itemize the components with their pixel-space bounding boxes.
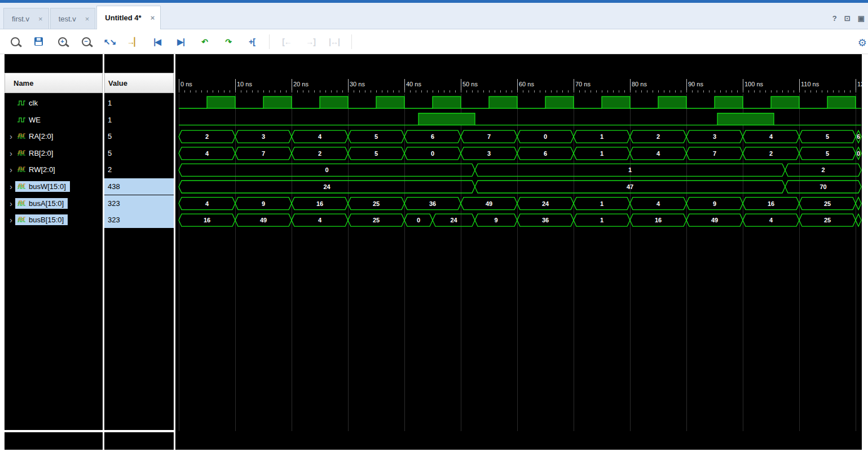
- zoom-to-cursor-button[interactable]: →▏: [124, 33, 143, 50]
- wave-ra-2-0-: 2345670123456: [179, 130, 861, 143]
- value-cell-busa-15-0-[interactable]: 323: [104, 195, 174, 212]
- add-marker-button[interactable]: +[: [243, 33, 261, 50]
- svg-text:24: 24: [450, 217, 457, 223]
- value-cell-rb-2-0-[interactable]: 5: [104, 145, 174, 161]
- expand-chevron-icon[interactable]: ›: [5, 216, 15, 224]
- signal-label-box[interactable]: RW[2:0]: [15, 164, 59, 175]
- wave-area[interactable]: 0 ns10 ns20 ns30 ns40 ns50 ns60 ns70 ns8…: [175, 54, 862, 450]
- next-transition-button[interactable]: ↷: [219, 33, 237, 50]
- zoom-in-button[interactable]: +: [53, 33, 72, 50]
- svg-text:110 ns: 110 ns: [801, 81, 819, 87]
- value-cell-busb-15-0-[interactable]: 323: [104, 212, 174, 228]
- value-cell-rw-2-0-[interactable]: 2: [104, 161, 174, 178]
- svg-text:3: 3: [487, 150, 491, 157]
- expand-chevron-icon[interactable]: ›: [5, 132, 15, 141]
- signal-label-box[interactable]: busB[15:0]: [15, 214, 68, 225]
- zoom-to-cursor-icon: →▏: [127, 37, 140, 46]
- signal-label-box[interactable]: busW[15:0]: [15, 181, 70, 192]
- signal-label-box[interactable]: clk: [15, 98, 42, 108]
- value-cell-ra-2-0-[interactable]: 5: [104, 128, 174, 144]
- signal-row-busw-15-0-[interactable]: ›busW[15:0]: [5, 178, 103, 195]
- tab-untitled-4-[interactable]: Untitled 4*×: [96, 6, 161, 29]
- bus-signal-icon: [17, 183, 26, 190]
- toolbar: +−↖↘→▏|◀▶|↶↷+[[←→]|↔| ⚙: [0, 29, 868, 54]
- previous-transition-button[interactable]: ↶: [195, 33, 214, 50]
- signal-label-box[interactable]: busA[15:0]: [15, 198, 68, 209]
- waveform-svg[interactable]: 0 ns10 ns20 ns30 ns40 ns50 ns60 ns70 ns8…: [175, 54, 862, 450]
- svg-text:25: 25: [824, 217, 831, 223]
- svg-text:2: 2: [205, 133, 209, 140]
- svg-text:5: 5: [826, 150, 829, 157]
- signal-row-clk[interactable]: clk: [5, 95, 103, 111]
- value-cell-clk[interactable]: 1: [104, 95, 174, 111]
- bus-signal-icon: [17, 150, 26, 156]
- zoom-out-button[interactable]: −: [77, 33, 95, 50]
- tab-test-v[interactable]: test.v×: [50, 8, 96, 29]
- timeline-ruler[interactable]: 0 ns10 ns20 ns30 ns40 ns50 ns60 ns70 ns8…: [179, 79, 862, 93]
- help-icon[interactable]: ?: [832, 14, 837, 23]
- maximize-window-icon[interactable]: ▣: [858, 14, 865, 23]
- signal-name-panel: Name clkWE›RA[2:0]›RB[2:0]›RW[2:0]›busW[…: [5, 54, 103, 450]
- svg-text:120 ns: 120 ns: [857, 81, 862, 87]
- svg-text:7: 7: [487, 133, 491, 140]
- save-waveform-button[interactable]: [29, 33, 48, 50]
- value-cell-we[interactable]: 1: [104, 112, 174, 128]
- svg-text:0: 0: [857, 150, 860, 157]
- close-tab-icon[interactable]: ×: [85, 15, 90, 23]
- fit-between-cursors-button: |↔|: [325, 33, 343, 50]
- go-to-last-time-button[interactable]: ▶|: [171, 33, 190, 50]
- tab-label: test.v: [59, 15, 76, 23]
- svg-text:7: 7: [713, 150, 716, 157]
- svg-text:36: 36: [429, 200, 436, 207]
- zoom-out-icon: −: [82, 37, 91, 46]
- svg-text:70 ns: 70 ns: [575, 81, 591, 87]
- wave-rb-2-0-: 4725036147250: [179, 147, 861, 160]
- tab-first-v[interactable]: first.v×: [3, 8, 49, 29]
- signal-row-busb-15-0-[interactable]: ›busB[15:0]: [5, 212, 103, 228]
- svg-text:1: 1: [600, 200, 603, 207]
- signal-row-busa-15-0-[interactable]: ›busA[15:0]: [5, 195, 103, 212]
- signal-row-rb-2-0-[interactable]: ›RB[2:0]: [5, 145, 103, 161]
- svg-text:60 ns: 60 ns: [519, 81, 534, 87]
- expand-chevron-icon[interactable]: ›: [5, 165, 15, 174]
- name-column-header[interactable]: Name: [5, 73, 103, 93]
- svg-text:9: 9: [494, 217, 497, 223]
- svg-text:49: 49: [260, 217, 267, 223]
- value-cell-busw-15-0-[interactable]: 438: [104, 178, 174, 195]
- go-to-time-0-icon: |◀: [153, 37, 161, 46]
- zoom-fit-button[interactable]: ↖↘: [100, 33, 119, 50]
- expand-chevron-icon[interactable]: ›: [5, 182, 15, 191]
- signal-row-rw-2-0-[interactable]: ›RW[2:0]: [5, 161, 103, 178]
- expand-chevron-icon[interactable]: ›: [5, 199, 15, 208]
- signal-label-box[interactable]: WE: [15, 115, 45, 125]
- close-tab-icon[interactable]: ×: [38, 15, 43, 23]
- svg-text:2: 2: [656, 133, 660, 140]
- close-tab-icon[interactable]: ×: [151, 14, 155, 22]
- signal-label-box[interactable]: RA[2:0]: [15, 131, 57, 142]
- float-window-icon[interactable]: ⊡: [844, 14, 851, 23]
- name-panel-scrollbar[interactable]: [5, 430, 103, 450]
- svg-text:1: 1: [600, 133, 603, 140]
- svg-text:25: 25: [373, 200, 380, 207]
- svg-text:49: 49: [711, 217, 718, 223]
- go-to-last-time-icon: ▶|: [177, 37, 184, 46]
- svg-text:4: 4: [318, 133, 322, 140]
- expand-chevron-icon[interactable]: ›: [5, 149, 15, 157]
- waveform-window: Name clkWE›RA[2:0]›RB[2:0]›RW[2:0]›busW[…: [0, 54, 868, 452]
- go-to-time-0-button[interactable]: |◀: [148, 33, 166, 50]
- value-column-header[interactable]: Value: [104, 73, 174, 93]
- svg-text:47: 47: [627, 183, 633, 190]
- search-button[interactable]: [6, 33, 24, 50]
- signal-name-label: busW[15:0]: [29, 182, 66, 191]
- signal-label-box[interactable]: RB[2:0]: [15, 148, 57, 159]
- tab-strip: first.v×test.v×Untitled 4*× ?⊡▣: [0, 3, 868, 29]
- wave-busw-15-0-: 244770: [179, 181, 861, 193]
- signal-row-ra-2-0-[interactable]: ›RA[2:0]: [5, 128, 103, 144]
- value-panel-scrollbar[interactable]: [104, 430, 174, 450]
- signal-row-we[interactable]: WE: [5, 112, 103, 128]
- settings-gear-icon[interactable]: ⚙: [858, 37, 867, 49]
- gridlines: [179, 94, 856, 431]
- tab-label: first.v: [12, 15, 29, 23]
- search-icon: [11, 37, 20, 46]
- bus-signal-icon: [17, 166, 26, 173]
